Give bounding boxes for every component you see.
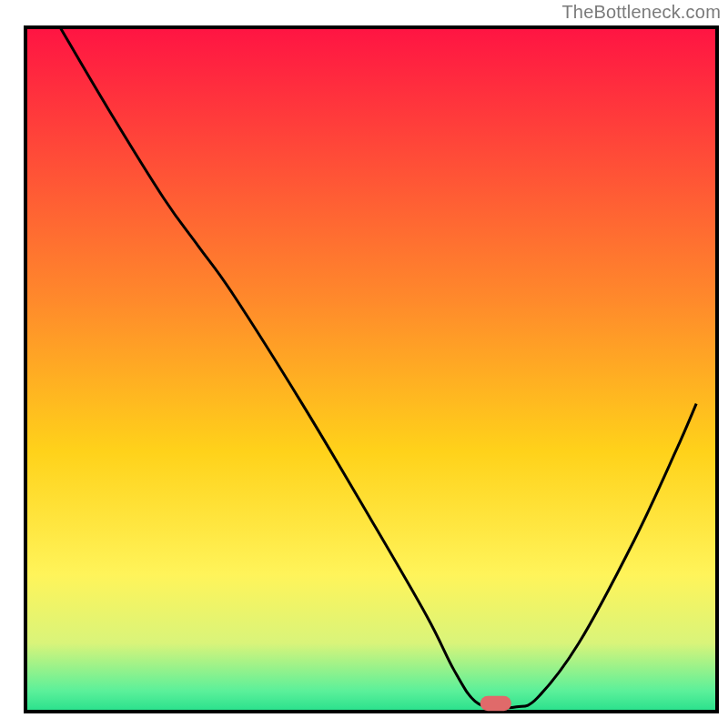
chart-container: TheBottleneck.com bbox=[0, 0, 728, 728]
plot-background bbox=[25, 27, 717, 712]
watermark-text: TheBottleneck.com bbox=[561, 2, 721, 23]
bottleneck-chart bbox=[0, 0, 728, 728]
optimal-marker bbox=[480, 696, 511, 712]
